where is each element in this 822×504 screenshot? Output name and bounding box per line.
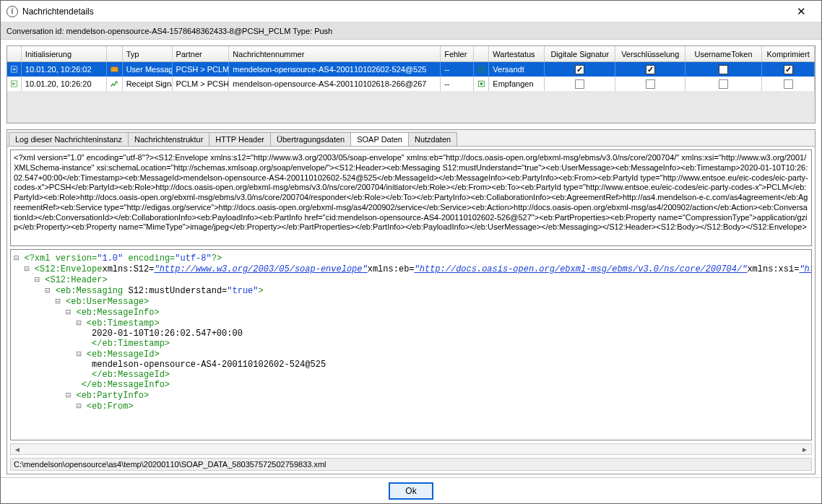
type-icon xyxy=(107,62,123,77)
direction-icon xyxy=(7,77,22,91)
soap-tree[interactable]: ⊟ <?xml version="1.0" encoding="utf-8"?>… xyxy=(10,249,812,440)
direction-icon xyxy=(7,62,22,77)
col-wsicon[interactable] xyxy=(474,46,490,61)
cell-utok xyxy=(685,62,762,77)
col-sig[interactable]: Digitale Signatur xyxy=(545,46,615,61)
scroll-right-icon[interactable]: ► xyxy=(800,446,810,453)
col-wstatus[interactable]: Wartestatus xyxy=(489,46,545,61)
cell-enc xyxy=(615,62,685,77)
cell-utok xyxy=(685,77,762,91)
col-komp[interactable]: Komprimiert xyxy=(762,46,815,61)
conversation-bar: Conversation id: mendelson-opensource-AS… xyxy=(1,22,821,40)
wait-status-icon xyxy=(474,77,490,91)
file-path-bar: C:\mendelson\opensource\as4\temp\2020011… xyxy=(10,458,812,471)
tab--bertragungsdaten[interactable]: Übertragungsdaten xyxy=(270,132,351,146)
type-icon xyxy=(107,77,123,91)
tab-soap-daten[interactable]: SOAP Daten xyxy=(350,132,409,146)
cell-msg: mendelson-opensource-AS4-200110102602-52… xyxy=(229,62,441,77)
cell-komp xyxy=(762,62,815,77)
table-row[interactable]: 10.01.20, 10:26:20Receipt SignalPCLM > P… xyxy=(7,77,815,91)
cell-wstatus: Empfangen xyxy=(489,77,545,91)
cell-msg: mendelson-opensource-AS4-200110102618-26… xyxy=(229,77,441,91)
wait-status-icon xyxy=(474,62,490,77)
tab-http-header[interactable]: HTTP Header xyxy=(209,132,271,146)
close-icon[interactable]: ✕ xyxy=(787,1,815,22)
scroll-left-icon[interactable]: ◄ xyxy=(12,446,22,453)
cell-init: 10.01.20, 10:26:02 xyxy=(22,62,107,77)
cell-sig xyxy=(545,62,615,77)
cell-partner: PCLM > PCSH xyxy=(173,77,230,91)
cell-fehler: -- xyxy=(441,77,473,91)
col-partner[interactable]: Partner xyxy=(173,46,230,61)
col-typ[interactable]: Typ xyxy=(123,46,173,61)
cell-typ: User Message xyxy=(123,62,173,77)
table-row[interactable]: 10.01.20, 10:26:02User MessagePCSH > PCL… xyxy=(7,62,815,77)
details-tabs: Log dieser NachrichteninstanzNachrichten… xyxy=(7,129,815,474)
horizontal-scrollbar[interactable]: ◄ ► xyxy=(10,443,812,455)
cell-init: 10.01.20, 10:26:20 xyxy=(22,77,107,91)
tabbar: Log dieser NachrichteninstanzNachrichten… xyxy=(7,130,815,146)
cell-sig xyxy=(545,77,615,91)
ok-button[interactable]: Ok xyxy=(389,483,433,499)
col-icon[interactable] xyxy=(7,46,22,61)
cell-fehler: -- xyxy=(441,62,473,77)
cell-partner: PCSH > PCLM xyxy=(173,62,230,77)
tab-content-soap: <?xml version="1.0" encoding="utf-8"?><S… xyxy=(7,146,815,474)
cell-komp xyxy=(762,77,815,91)
cell-enc xyxy=(615,77,685,91)
svg-rect-5 xyxy=(480,82,482,84)
col-fehler[interactable]: Fehler xyxy=(441,46,473,61)
tab-nachrichtenstruktur[interactable]: Nachrichtenstruktur xyxy=(128,132,209,146)
col-typicon[interactable] xyxy=(107,46,123,61)
app-icon: i xyxy=(7,6,18,17)
col-msg[interactable]: Nachrichtennummer xyxy=(229,46,441,61)
cell-typ: Receipt Signal xyxy=(123,77,173,91)
tab-nutzdaten[interactable]: Nutzdaten xyxy=(408,132,457,146)
col-utok[interactable]: UsernameToken xyxy=(685,46,762,61)
cell-wstatus: Versandt xyxy=(489,62,545,77)
tab-log-dieser-nachrichteninstanz[interactable]: Log dieser Nachrichteninstanz xyxy=(9,132,129,146)
dialog-footer: Ok xyxy=(1,477,821,503)
col-enc[interactable]: Verschlüsselung xyxy=(615,46,685,61)
message-grid: Initialisierung Typ Partner Nachrichtenn… xyxy=(7,45,815,123)
col-init[interactable]: Initialisierung xyxy=(22,46,107,61)
grid-header: Initialisierung Typ Partner Nachrichtenn… xyxy=(7,46,815,62)
soap-raw-text[interactable]: <?xml version="1.0" encoding="utf-8"?><S… xyxy=(10,149,812,246)
titlebar: i Nachrichtendetails ✕ xyxy=(1,1,821,22)
window-title: Nachrichtendetails xyxy=(22,6,787,17)
